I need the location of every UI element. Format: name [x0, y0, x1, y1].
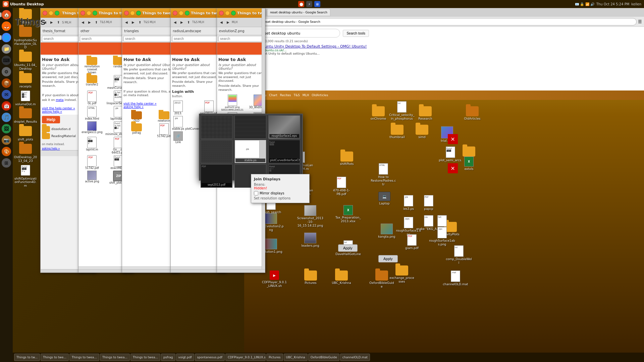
file-item-readingmaterial[interactable]: ReadingMaterial	[42, 133, 76, 139]
taskbar-item-4[interactable]: Things to twea...	[100, 354, 130, 361]
right-icon-howrestore[interactable]: HTML How to Restore/Padres.ctr	[370, 163, 397, 186]
toolbar-btn-up2[interactable]: ⬆	[93, 20, 99, 25]
desktop-icon-shiftplots[interactable]: shift_plots	[13, 125, 38, 141]
search-tools-btn[interactable]: Search tools	[343, 30, 369, 37]
right-icon-470pdf[interactable]: PDF 470-498-1-PB.pdf	[328, 177, 355, 196]
fw2-item-index[interactable]: HTML index.html	[80, 106, 104, 120]
fw2-item-glpdf[interactable]: PDF GL.pdf	[80, 90, 104, 105]
dock-home[interactable]: 🏠	[1, 9, 12, 20]
mirror-checkbox[interactable]	[254, 191, 258, 195]
file-window-3-h-scrollbar[interactable]	[122, 269, 178, 273]
right-icon-leaders[interactable]: leaders.png	[297, 233, 324, 248]
dock-chrome[interactable]: 🌐	[1, 32, 12, 43]
toolbar-btn-f2[interactable]: ▶	[87, 20, 93, 25]
right-icon-thumbnail[interactable]: thumbnail	[384, 125, 411, 139]
dock-workspace[interactable]: ⊞	[1, 158, 12, 168]
fw3-item-psfrag[interactable]: psfrag	[123, 123, 150, 138]
desktop-icon-droplet[interactable]: droplet_Results	[13, 107, 38, 124]
fw2-item-laprint-m[interactable]: % l⬛⬛if laprint.m	[80, 137, 104, 154]
right-icon-taxprep[interactable]: X Tax_Preparation_2013.xlsx	[335, 205, 362, 223]
thumb-cell-7[interactable]: PDF sept2013.pdf	[201, 164, 232, 188]
chrome-tab-active[interactable]: reset desktop ubuntu - Google Search	[267, 9, 330, 16]
thumb-cell-1[interactable]	[201, 115, 232, 139]
toolbar-btn-f1[interactable]: ▶	[49, 20, 55, 25]
file-window-5-min[interactable]	[225, 11, 230, 15]
taskbar-item-pictures-b[interactable]: Pictures	[266, 354, 283, 361]
file-window-2-min[interactable]	[87, 11, 91, 15]
dock-music[interactable]: 🎵	[1, 112, 12, 123]
right-icon-compdouble[interactable]: txt comp_DoubleWell	[445, 245, 472, 265]
help-button-1[interactable]: Help	[42, 116, 60, 123]
fw2-item-transfer2[interactable]: transfer2	[80, 75, 104, 89]
fw2-item-51742[interactable]: PDF 51742.pdf	[80, 155, 104, 170]
desktop-icon-shiftopt[interactable]: Funct⬛⬛if u shiftOptimizationFunction4D.…	[13, 164, 38, 188]
dock-files[interactable]: 📁	[1, 44, 12, 54]
toolbar-btn-f5[interactable]: ▶	[225, 20, 231, 25]
dock-photo[interactable]: 🖼	[1, 123, 12, 134]
toolbar-btn-f3[interactable]: ▶	[130, 20, 136, 25]
google-searchbox[interactable]: reset desktop ubuntu	[256, 29, 340, 38]
right-icon-shiftplots-r[interactable]: shiftPlots	[333, 152, 360, 166]
toolbar-btn-s1[interactable]: ◀	[42, 20, 48, 25]
apply-button-1[interactable]: Apply	[338, 244, 358, 252]
right-icon-simd[interactable]: simd	[409, 125, 435, 139]
file-window-2-close[interactable]	[80, 11, 85, 15]
thumb-cell-3[interactable]: roughSurface1.eps	[268, 115, 300, 139]
fw5-item-paths[interactable]: paths22.pngS00219991200121	[218, 95, 246, 111]
taskbar-item-spontaneous[interactable]: spontaneous.pdf	[195, 354, 225, 361]
fw2-item-active[interactable]: active.png	[80, 171, 104, 184]
google-result-1-link[interactable]: Reset Ubuntu Unity Desktop To Default Se…	[248, 44, 640, 49]
toolbar-btn-b4[interactable]: ◀	[172, 20, 178, 25]
toolbar-btn-up4[interactable]: ⬆	[185, 20, 192, 25]
right-icon-extxls[interactable]: X extxls	[455, 157, 482, 171]
thumb-cell-5[interactable]: .ps stable.ps	[234, 140, 266, 163]
right-icon-oxfordbible[interactable]: OxfordBibleGuide	[368, 270, 395, 289]
fw4-item-stable[interactable]: .ps stable.ps	[172, 116, 184, 130]
search-input-4[interactable]	[172, 36, 224, 42]
right-icon-research[interactable]: Research	[412, 106, 439, 121]
file-window-4-max[interactable]	[185, 11, 190, 15]
right-icon-screenshot[interactable]: Screenshot_2013-10-16_15:14:22.png	[297, 205, 324, 227]
taskbar-item-ubckrishna-b[interactable]: UBC_Krishna	[284, 354, 308, 361]
right-icon-pictures-r[interactable]: Pictures	[297, 270, 324, 285]
right-icon-oldarticles[interactable]: OldArticles	[459, 106, 486, 121]
search-input-5[interactable]	[218, 36, 264, 42]
apply-button-2[interactable]: Apply	[378, 255, 398, 262]
right-icon-channelold[interactable]: .mat channelOLD.mat	[442, 270, 469, 286]
dock-terminal[interactable]: ⌨	[1, 55, 12, 66]
fw2-item-energies[interactable]: energies11.png	[80, 121, 104, 136]
file-window-5-max[interactable]	[231, 11, 236, 15]
toolbar-btn-up1[interactable]: ⬆	[55, 20, 61, 25]
toolbar-btn-b5[interactable]: ◀	[218, 20, 224, 25]
join-popup-mirror[interactable]: Mirror displays	[254, 191, 307, 195]
taskbar-icon-3[interactable]: 🖥	[314, 1, 320, 7]
file-window-1-close[interactable]	[43, 11, 47, 15]
fw2-item-reinvitation[interactable]: reinvitationcosesetbrown	[80, 57, 104, 74]
dock-camera[interactable]: 📷	[1, 135, 12, 145]
right-icon-critvel[interactable]: txt Critical_velocity_in_phosphorus	[388, 101, 415, 121]
thumb-cell-6[interactable]: Funct ⬛⬛ plotCurvedInterfaceChannelNEW.m	[268, 140, 300, 163]
dock-mail[interactable]: ✉	[1, 89, 12, 100]
taskbar-item-voigt[interactable]: voigt.pdf	[176, 354, 194, 361]
desktop-icon-volumedot[interactable]: Funct⬛01⬛01 volumeDot.m	[13, 90, 38, 106]
right-icon-laptop[interactable]: 💻 Laptop	[371, 192, 398, 205]
taskbar-item-cdf[interactable]: CDFPlayer_9.0.1_LINUX.sh	[225, 354, 266, 361]
desktop-icon-ubuntu-desktop[interactable]: Ubuntu_11.04_Desktop	[13, 51, 38, 71]
file-window-4-close[interactable]	[173, 11, 177, 15]
thumb-cell-4[interactable]	[201, 140, 232, 163]
dock-firefox[interactable]: 🦊	[1, 21, 12, 32]
file-window-5-h-scrollbar[interactable]	[217, 269, 265, 273]
right-icon-onchrome[interactable]: onChrome	[365, 106, 392, 121]
taskbar-item-3[interactable]: Things to twea...	[69, 354, 99, 361]
taskbar-item-5[interactable]: Things to twea...	[130, 354, 160, 361]
fw3-item-old[interactable]: OLD	[123, 111, 150, 122]
file-window-3-close[interactable]	[124, 11, 129, 15]
desktop-icon-hydrophobic[interactable]: hydrophobicSurfaceOptim_OLD	[13, 26, 38, 49]
toolbar-btn-b2[interactable]: ◀	[80, 20, 86, 25]
right-icon-cdfplayer[interactable]: ▶ CDFPlayer_9.0.1_LINUX.sh	[261, 270, 288, 288]
file-window-1-max[interactable]	[55, 11, 59, 15]
desktop-icon-olddesktop[interactable]: OldDesktop_2013_04_23	[13, 143, 38, 163]
file-window-3-min[interactable]	[130, 11, 135, 15]
dock-software[interactable]: 📦	[1, 78, 12, 88]
taskbar-item-2[interactable]: Things to twe...	[41, 354, 69, 361]
